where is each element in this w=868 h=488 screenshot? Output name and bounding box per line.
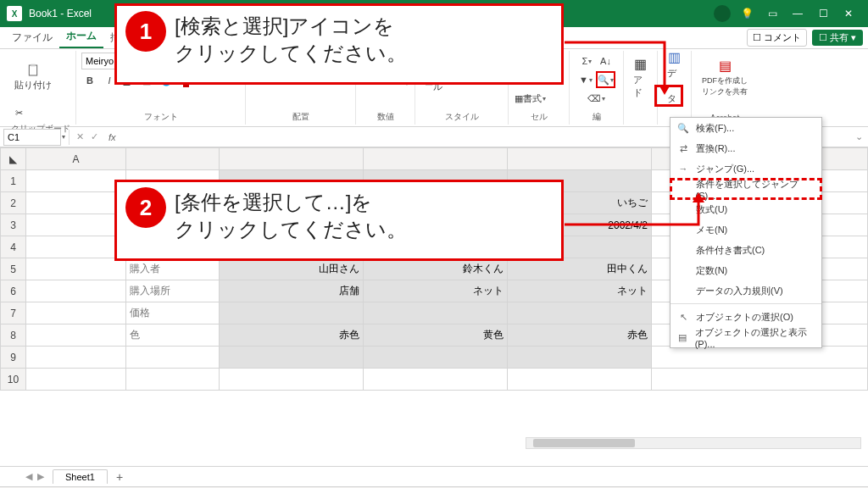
cell[interactable] <box>508 302 652 324</box>
menu-goto[interactable]: →ジャンプ(G)... <box>670 158 821 179</box>
comments-label: コメント <box>764 32 801 42</box>
menu-selection-pane[interactable]: ▤オブジェクトの選択と表示(P)... <box>670 327 821 347</box>
format-cells-button[interactable]: ▦ 書式▾ <box>514 90 547 107</box>
row-header-8[interactable]: 8 <box>1 324 26 347</box>
clipboard-icon <box>26 64 40 77</box>
sheet-tab-bar: ◀ ▶ Sheet1 + <box>0 466 868 486</box>
cancel-icon[interactable]: ✕ <box>76 131 84 142</box>
bold-button[interactable]: B <box>81 72 98 89</box>
cell[interactable] <box>220 302 364 324</box>
cell[interactable] <box>364 302 508 324</box>
cell[interactable]: 田中くん <box>508 258 652 280</box>
goto-icon: → <box>677 163 689 175</box>
document-title: Book1 - Excel <box>29 8 92 19</box>
pointer-icon: ↖ <box>677 311 689 323</box>
group-style: スタイル <box>420 109 503 123</box>
expand-formula-icon[interactable]: ⌄ <box>855 131 863 142</box>
comments-button[interactable]: ☐ コメント <box>747 29 807 47</box>
svg-rect-0 <box>29 65 36 75</box>
paste-label: 貼り付け <box>14 79 52 92</box>
col-header-a[interactable]: A <box>26 148 126 170</box>
cell[interactable]: ネット <box>508 280 652 302</box>
excel-icon: X <box>7 6 22 21</box>
horizontal-scrollbar[interactable] <box>526 437 861 449</box>
minimize-button[interactable]: — <box>785 2 810 25</box>
menu-select-objects[interactable]: ↖オブジェクトの選択(O) <box>670 307 821 327</box>
add-sheet-button[interactable]: + <box>116 470 123 484</box>
name-box[interactable] <box>3 129 61 146</box>
row-header-6[interactable]: 6 <box>1 280 26 302</box>
menu-condfmt[interactable]: 条件付き書式(C) <box>670 240 821 260</box>
callout-text-2: [条件を選択して…]を クリックしてください。 <box>175 182 417 251</box>
row-header-9[interactable]: 9 <box>1 347 26 369</box>
row-header-4[interactable]: 4 <box>1 236 26 258</box>
group-font: フォント <box>81 109 240 123</box>
col-header-c[interactable] <box>220 148 364 170</box>
menu-find[interactable]: 🔍検索(F)... <box>670 118 821 138</box>
col-header-d[interactable] <box>364 148 508 170</box>
row-header-5[interactable]: 5 <box>1 258 26 280</box>
cell[interactable]: 購入者 <box>126 258 220 280</box>
menu-constants[interactable]: 定数(N) <box>670 260 821 280</box>
menu-replace[interactable]: ⇄置換(R)... <box>670 138 821 158</box>
row-header-7[interactable]: 7 <box>1 302 26 324</box>
lightbulb-icon[interactable]: 💡 <box>734 2 760 25</box>
sheet-nav-prev[interactable]: ◀ <box>25 471 32 482</box>
callout-2: 2 [条件を選択して…]を クリックしてください。 <box>114 180 564 261</box>
row-header-3[interactable]: 3 <box>1 214 26 236</box>
cell[interactable]: 山田さん <box>220 258 364 280</box>
paste-button[interactable]: 貼り付け <box>10 53 56 102</box>
format-label: 書式 <box>523 92 542 105</box>
pdf-button[interactable]: ▤ PDFを作成し リンクを共有 <box>697 53 753 102</box>
callout-text-1: [検索と選択]アイコンを クリックしてください。 <box>175 6 417 75</box>
replace-icon: ⇄ <box>677 142 689 154</box>
cell[interactable]: 店舗 <box>220 280 364 302</box>
row-header-2[interactable]: 2 <box>1 192 26 214</box>
row-header-10[interactable]: 10 <box>1 369 26 391</box>
ribbon-mode-icon[interactable]: ▭ <box>760 2 785 25</box>
row-header-1[interactable]: 1 <box>1 170 26 192</box>
close-button[interactable]: ✕ <box>836 2 861 25</box>
share-button[interactable]: ☐ 共有 ▾ <box>812 30 863 46</box>
group-align: 配置 <box>251 109 350 123</box>
cut-button[interactable]: ✂ <box>10 104 27 121</box>
cell[interactable]: 鈴木くん <box>364 258 508 280</box>
menu-validation[interactable]: データの入力規則(V) <box>670 280 821 301</box>
maximize-button[interactable]: ☐ <box>810 2 836 25</box>
search-icon: 🔍 <box>677 122 689 134</box>
cell[interactable]: 価格 <box>126 302 220 324</box>
cell[interactable]: 黄色 <box>364 324 508 347</box>
arrow-2 <box>563 191 715 241</box>
callout-1: 1 [検索と選択]アイコンを クリックしてください。 <box>114 3 564 85</box>
col-header-e[interactable] <box>508 148 652 170</box>
select-all-corner[interactable]: ◣ <box>1 148 26 170</box>
cell[interactable]: 赤色 <box>220 324 364 347</box>
pane-icon: ▤ <box>677 331 688 343</box>
sheet-nav-next[interactable]: ▶ <box>37 471 44 482</box>
user-avatar[interactable] <box>714 5 731 22</box>
enter-icon[interactable]: ✓ <box>91 131 98 142</box>
group-cell: セル <box>514 109 564 123</box>
callout-number-1: 1 <box>125 11 166 52</box>
group-number: 数値 <box>361 109 409 123</box>
svg-rect-1 <box>31 64 35 66</box>
cell[interactable]: 色 <box>126 324 220 347</box>
highlight-find-button <box>654 85 683 107</box>
cell[interactable]: ネット <box>364 280 508 302</box>
col-header-b[interactable] <box>126 148 220 170</box>
pdf-label: PDFを作成し リンクを共有 <box>702 75 748 97</box>
share-label: 共有 <box>830 32 849 42</box>
group-edit: 編 <box>575 109 618 123</box>
tab-home[interactable]: ホーム <box>59 25 103 48</box>
cell[interactable]: 購入場所 <box>126 280 220 302</box>
callout-number-2: 2 <box>125 187 166 228</box>
sheet-tab[interactable]: Sheet1 <box>53 469 108 484</box>
fx-icon[interactable]: fx <box>108 132 116 142</box>
cell[interactable]: 赤色 <box>508 324 652 347</box>
tab-file[interactable]: ファイル <box>5 27 59 48</box>
